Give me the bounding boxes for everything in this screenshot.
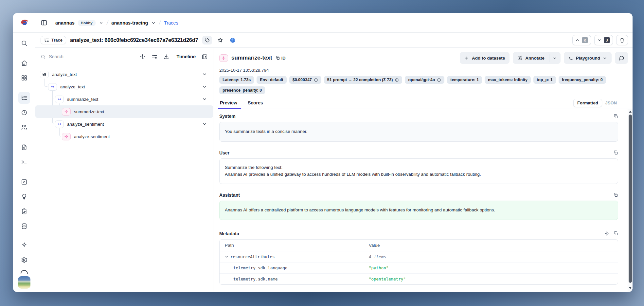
timeline-toggle[interactable]: Timeline <box>176 54 196 59</box>
token-usage-badge[interactable]: 51 prompt → 22 completion (Σ 73) <box>324 76 402 84</box>
prev-trace-button[interactable]: K <box>572 35 591 45</box>
tree-panel-toolbar: Timeline <box>35 48 213 65</box>
trace-type-badge: Trace <box>41 36 66 44</box>
vertical-scrollbar[interactable] <box>628 109 633 292</box>
preview-scroll-area[interactable]: System You summarize texts in a concise … <box>213 109 633 292</box>
chevron-down-icon[interactable] <box>202 97 207 102</box>
metadata-row: telemetry.sdk.language "python" <box>220 262 618 274</box>
tree-node-generation[interactable]: analyze-sentiment <box>35 130 213 143</box>
tree-node-trace[interactable]: analyze_text <box>35 68 213 81</box>
chevron-down-icon[interactable] <box>151 21 156 25</box>
icon-sidebar <box>13 33 35 292</box>
sidebar-toggle-icon[interactable] <box>41 19 47 26</box>
metrics-badges-row-2: presence_penalty: 0 <box>213 86 633 94</box>
tree-node-span[interactable]: analyze_text <box>35 81 213 93</box>
org-name[interactable]: anannas <box>55 20 75 26</box>
settings-gear-icon[interactable] <box>18 254 30 266</box>
favorite-star-button[interactable] <box>216 36 224 45</box>
home-icon[interactable] <box>18 57 30 69</box>
dashboards-icon[interactable] <box>18 72 30 84</box>
breadcrumb-separator: / <box>159 20 161 26</box>
playground-terminal-icon[interactable] <box>18 156 30 168</box>
id-label: ID <box>281 56 286 61</box>
download-icon[interactable] <box>163 54 169 60</box>
tag-button[interactable] <box>202 36 212 45</box>
upgrade-sparkle-icon[interactable] <box>18 239 30 251</box>
copy-icon[interactable] <box>613 231 618 236</box>
chevron-down-icon <box>553 56 557 60</box>
lightbulb-icon[interactable] <box>18 191 30 203</box>
sessions-clock-icon[interactable] <box>18 107 30 118</box>
chevron-down-icon[interactable] <box>225 255 228 259</box>
tree-node-generation-selected[interactable]: summarize-text <box>35 105 213 118</box>
search-icon[interactable] <box>18 37 30 49</box>
copy-id-button[interactable]: ID <box>276 56 286 61</box>
copy-icon[interactable] <box>613 192 618 197</box>
copy-icon <box>276 56 280 60</box>
metadata-row-group[interactable]: resourceAttributes 4 items <box>220 251 618 262</box>
scroll-down-arrow[interactable] <box>629 287 632 289</box>
chevron-down-icon[interactable] <box>99 21 103 25</box>
model-badge[interactable]: openai/gpt-4o <box>405 76 444 84</box>
scrollbar-thumb[interactable] <box>629 115 632 283</box>
chevron-down-icon[interactable] <box>202 121 207 127</box>
chevron-down-icon[interactable] <box>202 84 207 89</box>
copy-icon[interactable] <box>613 114 618 119</box>
scroll-up-arrow[interactable] <box>629 111 632 113</box>
presence-penalty-badge: presence_penalty: 0 <box>219 86 265 94</box>
tree-search[interactable] <box>41 54 134 60</box>
project-name[interactable]: anannas-tracing <box>111 20 148 26</box>
prompts-file-icon[interactable] <box>18 141 30 153</box>
generation-node-icon <box>62 133 71 140</box>
env-badge: Env: default <box>257 76 287 84</box>
temperature-badge: temperature: 1 <box>447 76 482 84</box>
json-toggle[interactable]: JSON <box>603 99 619 107</box>
trace-badge-label: Trace <box>51 38 63 43</box>
cost-badge[interactable]: $0.000347 <box>289 76 321 84</box>
star-icon <box>217 37 223 43</box>
column-path: Path <box>220 240 364 251</box>
comment-bubble-icon <box>619 55 624 61</box>
node-label: summarize_text <box>67 97 98 102</box>
add-to-datasets-button[interactable]: Add to datasets <box>460 52 510 64</box>
globe-icon <box>230 37 236 43</box>
users-icon[interactable] <box>18 121 30 133</box>
formatted-toggle[interactable]: Formatted <box>573 99 602 107</box>
breadcrumb-traces-link[interactable]: Traces <box>164 20 178 26</box>
collapse-panel-icon[interactable] <box>202 54 208 60</box>
tab-preview[interactable]: Preview <box>219 98 238 109</box>
node-label: analyze-sentiment <box>74 134 110 139</box>
annotation-clipboard-icon[interactable] <box>18 206 30 217</box>
annotate-dropdown-button[interactable] <box>549 52 561 64</box>
shortcut-key-j: J <box>604 37 610 43</box>
datasets-database-icon[interactable] <box>18 220 30 232</box>
tracing-icon[interactable] <box>18 92 30 104</box>
node-label: analyze_sentiment <box>67 122 104 127</box>
comments-button[interactable] <box>615 52 628 64</box>
metadata-table-header: Path Value <box>220 240 618 251</box>
tab-scores[interactable]: Scores <box>247 98 264 109</box>
evaluators-percent-icon[interactable] <box>18 176 30 188</box>
delete-trace-button[interactable] <box>616 35 628 45</box>
collapse-all-icon[interactable] <box>140 54 146 60</box>
copy-icon[interactable] <box>613 150 618 155</box>
filter-settings-icon[interactable] <box>152 54 157 60</box>
max-tokens-badge: max_tokens: Infinity <box>485 76 531 84</box>
public-globe-button[interactable] <box>228 36 237 45</box>
user-avatar[interactable] <box>18 276 30 289</box>
observation-detail-panel: summarize-text ID Add to datasets <box>213 48 633 292</box>
generation-icon <box>219 54 228 62</box>
chevron-down-icon[interactable] <box>202 72 207 77</box>
annotate-button[interactable]: Annotate <box>513 52 549 64</box>
app-logo[interactable] <box>13 13 35 32</box>
node-label: analyze_text <box>52 72 77 77</box>
search-input[interactable] <box>49 54 134 59</box>
terminal-icon <box>568 56 573 61</box>
expand-icon[interactable] <box>604 231 609 236</box>
column-value: Value <box>364 240 385 251</box>
tree-node-span[interactable]: summarize_text <box>35 93 213 105</box>
node-label: summarize-text <box>74 109 104 114</box>
tree-node-span[interactable]: analyze_sentiment <box>35 118 213 130</box>
playground-button[interactable]: Playground <box>564 52 612 64</box>
next-trace-button[interactable]: J <box>594 35 613 45</box>
